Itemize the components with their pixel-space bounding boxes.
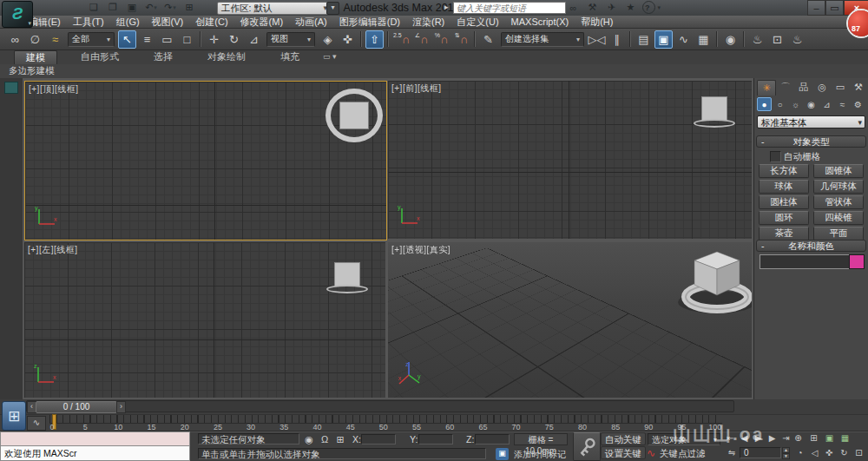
select-object-icon[interactable]: ↖ bbox=[118, 30, 136, 49]
ribbon-tab[interactable]: 填充 bbox=[269, 50, 311, 64]
current-frame-field[interactable]: 0 bbox=[740, 447, 781, 458]
previous-frame-button[interactable]: ◀ bbox=[738, 431, 751, 445]
help-icon[interactable]: ? bbox=[642, 1, 655, 14]
maximize-viewport-button[interactable]: ⊡ bbox=[852, 446, 865, 459]
set-key-button[interactable]: 设置关键点 bbox=[601, 446, 646, 459]
snap-toggle-25d-icon[interactable]: 2.5∩ bbox=[392, 30, 411, 49]
spacewarps-subtab[interactable]: ≈ bbox=[835, 97, 850, 111]
save-file-icon[interactable]: ▣ bbox=[123, 1, 141, 14]
time-config-button[interactable]: ◔ bbox=[793, 446, 806, 459]
ribbon-minimize-icon[interactable]: ▭ ▾ bbox=[323, 50, 337, 64]
go-to-end-button[interactable]: ⇥ bbox=[779, 431, 792, 445]
curve-editor-icon[interactable]: ∿ bbox=[674, 30, 693, 49]
object-type-button[interactable]: 管状体 bbox=[813, 195, 864, 209]
layer-manager-icon[interactable]: ▤ bbox=[635, 30, 653, 49]
new-scene-icon[interactable]: ❏ bbox=[85, 1, 102, 14]
toggle-set-key-button[interactable] bbox=[573, 432, 601, 461]
communication-icon[interactable]: ✈ bbox=[604, 2, 619, 14]
y-coordinate-field[interactable] bbox=[418, 434, 453, 445]
object-type-button[interactable]: 圆锥体 bbox=[813, 164, 864, 178]
x-coordinate-field[interactable] bbox=[361, 434, 396, 445]
selection-lock-icon[interactable]: Ω bbox=[318, 433, 332, 445]
primitive-category-dropdown[interactable]: 标准基本体 bbox=[757, 115, 865, 128]
isolate-selection-icon[interactable]: ◉ bbox=[302, 433, 316, 445]
material-editor-icon[interactable]: ◉ bbox=[721, 30, 740, 49]
absolute-mode-icon[interactable]: ⊞ bbox=[333, 433, 347, 445]
name-color-rollout-header[interactable]: - 名称和颜色 bbox=[756, 240, 866, 252]
edit-named-selections-icon[interactable]: ✎ bbox=[479, 30, 497, 49]
viewport-perspective[interactable]: [+][透视][真实] z x y bbox=[388, 242, 752, 398]
object-type-rollout-header[interactable]: - 对象类型 bbox=[756, 135, 866, 148]
window-crossing-icon[interactable]: □ bbox=[178, 30, 196, 49]
select-by-name-icon[interactable]: ≡ bbox=[138, 30, 156, 49]
object-type-button[interactable]: 平面 bbox=[813, 227, 864, 240]
hierarchy-tab[interactable]: 品 bbox=[795, 80, 812, 95]
menu-item[interactable]: 视图(V) bbox=[146, 16, 190, 29]
menu-item[interactable]: 渲染(R) bbox=[406, 16, 450, 29]
rectangular-selection-icon[interactable]: ▭ bbox=[158, 30, 176, 49]
cameras-subtab[interactable]: ◉ bbox=[804, 97, 819, 111]
viewport-label-left[interactable]: [+][左][线框] bbox=[28, 244, 78, 256]
maxscript-listener-line[interactable]: 欢迎使用 MAXScr bbox=[0, 446, 190, 461]
ribbon-toggle-icon[interactable]: ▣ bbox=[654, 30, 673, 49]
redo-icon[interactable]: ↷ bbox=[161, 1, 179, 14]
search-input[interactable] bbox=[453, 2, 566, 14]
menu-item[interactable]: MAXScript(X) bbox=[505, 16, 575, 29]
unlink-selection-icon[interactable]: ∅ bbox=[26, 30, 44, 49]
search-history-arrow-icon[interactable]: ▸ bbox=[444, 3, 449, 11]
selection-filter-dropdown[interactable]: 全部 bbox=[68, 32, 115, 47]
open-file-icon[interactable]: ❐ bbox=[104, 1, 122, 14]
isolate-toggle-icon[interactable]: ▣ bbox=[496, 448, 509, 460]
rendered-frame-icon[interactable]: ⊡ bbox=[768, 30, 786, 49]
display-tab[interactable]: ▭ bbox=[832, 80, 849, 95]
box-object-left-view[interactable] bbox=[334, 262, 360, 286]
orbit-button[interactable]: ↻ bbox=[838, 446, 851, 459]
systems-subtab[interactable]: ⚙ bbox=[851, 97, 865, 111]
menu-item[interactable]: 工具(T) bbox=[67, 16, 110, 29]
add-time-tag-button[interactable]: 添加时间标记 bbox=[514, 449, 566, 461]
zoom-button[interactable]: ⊕ bbox=[792, 431, 805, 445]
ribbon-panel-polygon-modeling[interactable]: 多边形建模 bbox=[9, 65, 55, 77]
menu-item[interactable]: 创建(C) bbox=[189, 16, 233, 29]
object-type-button[interactable]: 圆柱体 bbox=[759, 195, 809, 209]
frame-spinner[interactable]: ▲▼ bbox=[782, 447, 790, 458]
angle-snap-icon[interactable]: ∠∩ bbox=[412, 30, 431, 49]
object-type-button[interactable]: 长方体 bbox=[759, 164, 809, 178]
render-setup-icon[interactable]: ♨ bbox=[748, 30, 766, 49]
select-and-rotate-icon[interactable]: ↻ bbox=[225, 30, 243, 49]
helpers-subtab[interactable]: ⊿ bbox=[819, 97, 834, 111]
box-object-front-view[interactable] bbox=[701, 96, 727, 121]
autogrid-checkbox[interactable] bbox=[770, 151, 781, 162]
key-mode-toggle-button[interactable]: ⇋ bbox=[726, 447, 738, 459]
wrench-icon[interactable]: ⚒ bbox=[585, 2, 600, 14]
viewport-left[interactable]: [+][左][线框] z x bbox=[24, 242, 385, 398]
align-icon[interactable]: ∥ bbox=[608, 30, 626, 49]
minimize-button[interactable]: – bbox=[807, 0, 825, 16]
shapes-subtab[interactable]: ○ bbox=[773, 97, 787, 111]
object-name-field[interactable] bbox=[760, 254, 850, 269]
viewport-label-front[interactable]: [+][前][线框] bbox=[391, 82, 442, 95]
undo-icon[interactable]: ↶ bbox=[142, 1, 160, 14]
menu-item[interactable]: 动画(A) bbox=[289, 16, 333, 29]
use-pivot-center-icon[interactable]: ◈ bbox=[319, 30, 337, 49]
utilities-tab[interactable]: ⚒ bbox=[850, 80, 867, 95]
time-slider-handle[interactable]: 0 / 100 bbox=[36, 401, 117, 413]
reference-coordinate-dropdown[interactable]: 视图 bbox=[266, 32, 315, 47]
menu-item[interactable]: 自定义(U) bbox=[450, 16, 504, 29]
select-and-link-icon[interactable]: ∞ bbox=[6, 30, 24, 49]
ribbon-tab[interactable]: 自由形式 bbox=[69, 50, 130, 64]
named-selection-sets-dropdown[interactable]: 创建选择集 bbox=[501, 32, 584, 47]
spinner-snap-icon[interactable]: ⇅∩ bbox=[452, 30, 470, 49]
maxscript-mini-listener[interactable] bbox=[0, 431, 190, 446]
viewport-top[interactable]: [+][顶][线框] y x bbox=[24, 81, 387, 240]
project-folder-icon[interactable]: ⊞ bbox=[181, 1, 198, 14]
key-filters-button[interactable]: 关键点过滤器... bbox=[659, 446, 720, 459]
auto-key-button[interactable]: 自动关键点 bbox=[601, 432, 646, 445]
vertical-ribbon-tab-icon[interactable] bbox=[4, 82, 18, 94]
select-and-scale-icon[interactable]: ⊿ bbox=[245, 30, 263, 49]
menu-item[interactable]: 帮助(H) bbox=[575, 16, 619, 29]
menu-item[interactable]: 组(G) bbox=[110, 16, 146, 29]
3dsmax-logo-button[interactable]: Ƨ bbox=[2, 1, 33, 28]
bind-to-spacewarp-icon[interactable]: ≈ bbox=[46, 30, 64, 49]
object-type-button[interactable]: 圆环 bbox=[759, 211, 809, 225]
